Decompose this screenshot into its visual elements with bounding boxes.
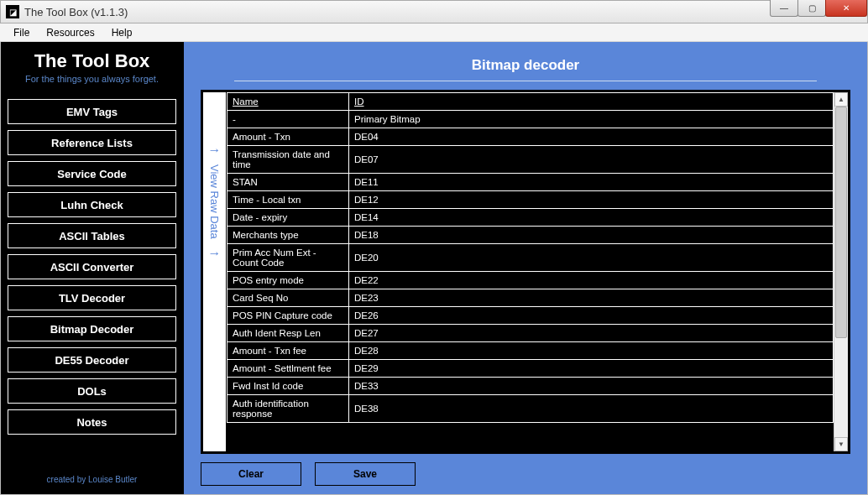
menu-bar: File Resources Help [0,23,868,42]
cell-name: Merchants type [227,227,349,244]
cell-id: DE20 [349,244,834,272]
cell-id: DE12 [349,191,834,209]
cell-id: DE23 [349,289,834,307]
cell-name: STAN [227,174,349,191]
raw-data-collapsed-tab[interactable]: → View Raw Data → [203,92,227,451]
table-row: Fwd Inst Id codeDE33 [227,378,834,395]
table-row: Auth Ident Resp LenDE27 [227,325,834,342]
window-title: The Tool Box (v1.1.3) [24,6,128,18]
bitmap-table: Name ID -Primary BitmapAmount - TxnDE04T… [227,92,834,423]
main-area: Bitmap decoder → View Raw Data → Name ID… [184,42,867,494]
table-container: Name ID -Primary BitmapAmount - TxnDE04T… [227,92,848,451]
table-row: Amount - Txn feeDE28 [227,342,834,360]
cell-name: - [227,111,349,128]
cell-name: Date - expiry [227,209,349,227]
cell-name: Auth Ident Resp Len [227,325,349,342]
cell-id: DE28 [349,342,834,360]
scroll-up-button[interactable]: ▲ [834,92,848,107]
table-row: POS PIN Capture codeDE26 [227,307,834,325]
footer-buttons: Clear Save [201,462,850,486]
col-name-header: Name [227,93,349,111]
scroll-down-button[interactable]: ▼ [834,437,848,451]
table-row: Amount - TxnDE04 [227,128,834,146]
table-row: Card Seq NoDE23 [227,289,834,307]
table-row: Time - Local txnDE12 [227,191,834,209]
sidebar-item-bitmap-decoder[interactable]: Bitmap Decoder [8,316,176,341]
close-button[interactable]: ✕ [825,0,867,17]
cell-id: DE26 [349,307,834,325]
window-titlebar: ◪ The Tool Box (v1.1.3) — ▢ ✕ [0,0,868,23]
cell-id: DE38 [349,395,834,423]
sidebar-item-dols[interactable]: DOLs [8,378,176,404]
table-row: Amount - Settlment feeDE29 [227,360,834,378]
table-row: Auth identification responseDE38 [227,395,834,423]
maximize-button[interactable]: ▢ [797,0,826,17]
sidebar-item-reference-lists[interactable]: Reference Lists [8,130,176,155]
sidebar-item-luhn-check[interactable]: Luhn Check [8,192,176,217]
raw-data-label: View Raw Data [208,164,221,239]
sidebar-item-notes[interactable]: Notes [8,409,176,435]
table-row: POS entry modeDE22 [227,272,834,289]
menu-resources[interactable]: Resources [39,25,101,40]
sidebar-item-ascii-tables[interactable]: ASCII Tables [8,223,176,248]
page-title: Bitmap decoder [201,57,850,74]
sidebar-tagline: For the things you always forget. [25,74,159,84]
cell-name: Prim Acc Num Ext - Count Code [227,244,349,272]
sidebar-nav: EMV TagsReference ListsService CodeLuhn … [8,99,176,435]
content-panel: → View Raw Data → Name ID -Primary Bitma… [201,90,850,454]
cell-name: POS entry mode [227,272,349,289]
minimize-button[interactable]: — [770,0,798,17]
sidebar-title: The Tool Box [34,50,150,72]
arrow-right-icon: → [208,143,222,158]
table-row: Transmission date and timeDE07 [227,146,834,174]
clear-button[interactable]: Clear [201,462,301,486]
cell-name: Amount - Settlment fee [227,360,349,378]
table-row: -Primary Bitmap [227,111,834,128]
menu-file[interactable]: File [7,25,36,40]
cell-name: Time - Local txn [227,191,349,209]
table-row: STANDE11 [227,174,834,191]
cell-name: Amount - Txn fee [227,342,349,360]
cell-name: Card Seq No [227,289,349,307]
vertical-scrollbar[interactable]: ▲ ▼ [834,92,848,451]
cell-id: DE11 [349,174,834,191]
table-row: Prim Acc Num Ext - Count CodeDE20 [227,244,834,272]
table-row: Merchants typeDE18 [227,227,834,244]
cell-id: DE33 [349,378,834,395]
cell-id: DE04 [349,128,834,146]
sidebar-item-de55-decoder[interactable]: DE55 Decoder [8,347,176,373]
cell-id: DE27 [349,325,834,342]
cell-id: Primary Bitmap [349,111,834,128]
save-button[interactable]: Save [315,462,416,486]
sidebar-item-service-code[interactable]: Service Code [8,161,176,186]
cell-name: Fwd Inst Id code [227,378,349,395]
table-row: Date - expiryDE14 [227,209,834,227]
window-buttons: — ▢ ✕ [771,0,867,17]
sidebar-item-emv-tags[interactable]: EMV Tags [8,99,176,124]
cell-name: Transmission date and time [227,146,349,174]
sidebar: The Tool Box For the things you always f… [1,42,184,494]
app-icon: ◪ [6,5,19,18]
cell-name: Auth identification response [227,395,349,423]
cell-id: DE07 [349,146,834,174]
cell-name: Amount - Txn [227,128,349,146]
app-body: The Tool Box For the things you always f… [0,42,868,495]
cell-id: DE29 [349,360,834,378]
sidebar-item-tlv-decoder[interactable]: TLV Decoder [8,285,176,310]
scroll-track[interactable] [834,107,848,437]
sidebar-credit: created by Louise Butler [47,470,138,489]
arrow-right-icon: → [208,246,222,261]
scroll-thumb[interactable] [835,107,847,338]
sidebar-item-ascii-converter[interactable]: ASCII Converter [8,254,176,279]
col-id-header: ID [349,93,834,111]
menu-help[interactable]: Help [105,25,139,40]
cell-id: DE14 [349,209,834,227]
cell-name: POS PIN Capture code [227,307,349,325]
title-divider [234,81,817,81]
cell-id: DE18 [349,227,834,244]
cell-id: DE22 [349,272,834,289]
